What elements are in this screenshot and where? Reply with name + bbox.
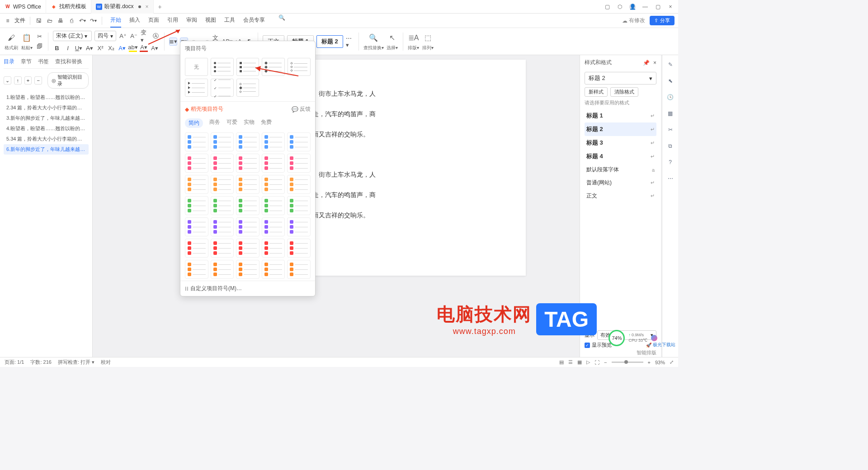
- tools-icon[interactable]: ✂: [666, 126, 675, 134]
- fancy-bullet-item[interactable]: [236, 217, 259, 236]
- close-panel-icon[interactable]: ×: [653, 60, 656, 66]
- gallery-icon[interactable]: ▦: [666, 109, 675, 118]
- modify-status[interactable]: ☁有修改: [622, 17, 645, 24]
- font-color-icon[interactable]: A▾: [140, 44, 148, 52]
- clear-format-icon[interactable]: Ⓐ: [151, 32, 160, 40]
- tab-member[interactable]: 会员专享: [243, 14, 265, 28]
- close-tab-icon[interactable]: ×: [145, 4, 148, 10]
- fancy-bullet-item[interactable]: [211, 154, 234, 173]
- clear-format-button[interactable]: 清除格式: [610, 87, 638, 97]
- fancy-bullet-item[interactable]: [185, 132, 208, 151]
- avatar-icon[interactable]: 👤: [629, 4, 636, 10]
- highlight-icon[interactable]: ab▾: [129, 44, 137, 52]
- maximize-icon[interactable]: ▢: [655, 4, 661, 10]
- current-style-combo[interactable]: 标题 2▾: [585, 72, 656, 85]
- fancy-bullet-item[interactable]: [262, 239, 285, 258]
- fancy-bullet-item[interactable]: [236, 132, 259, 151]
- fancy-bullet-item[interactable]: [262, 175, 285, 194]
- gauge-percent[interactable]: 74%: [609, 330, 625, 346]
- left-tab-find[interactable]: 查找和替换: [55, 58, 82, 66]
- status-proof[interactable]: 校对: [101, 359, 111, 366]
- zoom-slider[interactable]: [612, 362, 643, 363]
- status-spell[interactable]: 拼写检查: 打开 ▾: [58, 359, 94, 366]
- save-icon[interactable]: 🖫: [35, 17, 43, 25]
- fit-icon[interactable]: ⤢: [670, 359, 674, 365]
- status-page[interactable]: 页面: 1/1: [5, 359, 24, 366]
- zoom-out-icon[interactable]: −: [604, 360, 607, 365]
- add-tab-button[interactable]: +: [154, 3, 166, 10]
- smart-toc-button[interactable]: ◎智能识别目录: [47, 72, 89, 89]
- strike-icon[interactable]: A̶▾: [85, 44, 94, 52]
- style-item[interactable]: 普通(网站)↵: [585, 176, 656, 189]
- fancy-bullet-item[interactable]: [236, 196, 259, 215]
- shrink-font-icon[interactable]: A⁻: [130, 32, 138, 40]
- bullet-disc[interactable]: [211, 58, 234, 76]
- view-outline-icon[interactable]: ▷: [586, 359, 590, 365]
- level-up-icon[interactable]: ↑: [14, 76, 22, 85]
- fancy-bullet-item[interactable]: [287, 260, 311, 279]
- ptab-object[interactable]: 实物: [244, 118, 255, 128]
- fancy-bullet-item[interactable]: [211, 239, 234, 258]
- fancy-bullet-item[interactable]: [211, 260, 234, 279]
- fancy-bullet-item[interactable]: [262, 217, 285, 236]
- ball-icon[interactable]: [651, 335, 657, 341]
- file-menu[interactable]: 文件: [14, 17, 25, 24]
- undo-icon[interactable]: ↶▾: [78, 17, 86, 25]
- left-tab-toc[interactable]: 目录: [4, 58, 14, 66]
- ptab-free[interactable]: 免费: [261, 118, 272, 128]
- preview-icon[interactable]: ⎙: [67, 17, 75, 25]
- fancy-bullet-item[interactable]: [185, 260, 208, 279]
- close-window-icon[interactable]: ×: [667, 4, 674, 10]
- status-words[interactable]: 字数: 216: [30, 359, 51, 366]
- feedback-button[interactable]: 💬反馈: [292, 105, 311, 113]
- style-item[interactable]: 默认段落字体a: [585, 163, 656, 176]
- view-read-icon[interactable]: ☰: [568, 359, 573, 365]
- tab-reference[interactable]: 引用: [167, 14, 178, 28]
- fancy-bullet-item[interactable]: [211, 217, 234, 236]
- fancy-bullet-item[interactable]: [211, 132, 234, 151]
- style-h2[interactable]: 标题 2: [316, 35, 343, 48]
- hamburger-icon[interactable]: ≡: [4, 17, 12, 25]
- bullet-none[interactable]: 无: [185, 58, 208, 76]
- fancy-bullet-item[interactable]: [236, 154, 259, 173]
- style-item[interactable]: 标题 3↵: [585, 136, 656, 150]
- shading-icon[interactable]: A▾: [151, 44, 159, 52]
- fancy-bullet-item[interactable]: [211, 175, 234, 194]
- pin-icon[interactable]: 📌: [643, 60, 650, 66]
- new-style-button[interactable]: 新样式: [585, 87, 608, 97]
- fancy-bullet-item[interactable]: [287, 175, 311, 194]
- open-icon[interactable]: 🗁: [46, 17, 54, 25]
- underline-icon[interactable]: U▾: [75, 44, 83, 52]
- ptab-business[interactable]: 商务: [209, 118, 220, 128]
- fancy-bullet-item[interactable]: [236, 260, 259, 279]
- outline-item[interactable]: 2.34 篇，拎着大大小小行李箱的…: [4, 103, 89, 113]
- more-icon[interactable]: ⋯: [666, 174, 675, 183]
- panel-icon[interactable]: ▢: [604, 4, 610, 10]
- fancy-bullet-item[interactable]: [262, 260, 285, 279]
- add-icon[interactable]: +: [24, 76, 32, 85]
- subscript-icon[interactable]: X₂: [107, 44, 115, 52]
- outline-item[interactable]: 6.新年的脚步近了，年味儿越来越…: [4, 144, 89, 155]
- zoom-in-icon[interactable]: +: [648, 360, 651, 365]
- print-icon[interactable]: 🖶: [57, 17, 65, 25]
- bullet-triangle[interactable]: [185, 79, 208, 97]
- minimize-icon[interactable]: —: [642, 4, 648, 10]
- fancy-bullet-item[interactable]: [211, 196, 234, 215]
- cube-icon[interactable]: ⬡: [617, 4, 623, 10]
- bullet-diamond-open[interactable]: [288, 58, 311, 76]
- bullet-diamond-mix[interactable]: [236, 79, 259, 97]
- fancy-bullet-item[interactable]: [185, 239, 208, 258]
- fancy-bullet-item[interactable]: [185, 217, 208, 236]
- collapse-icon[interactable]: ⌄: [4, 76, 11, 85]
- fancy-bullet-item[interactable]: [262, 154, 285, 173]
- fancy-bullet-item[interactable]: [287, 217, 311, 236]
- left-tab-bookmark[interactable]: 书签: [38, 58, 49, 66]
- outline-item[interactable]: 3.新年的脚步近了，年味儿越来越…: [4, 113, 89, 123]
- fancy-bullet-item[interactable]: [185, 175, 208, 194]
- fancy-bullet-item[interactable]: [185, 154, 208, 173]
- tab-document[interactable]: W 盼望着.docx ×: [91, 0, 154, 14]
- copy-icon[interactable]: 🗐: [35, 42, 43, 51]
- tab-insert[interactable]: 插入: [129, 14, 140, 28]
- smart-layout-link[interactable]: 智能排版: [637, 350, 656, 355]
- outline-item[interactable]: 4.盼望着，盼望着……翘首以盼的…: [4, 123, 89, 134]
